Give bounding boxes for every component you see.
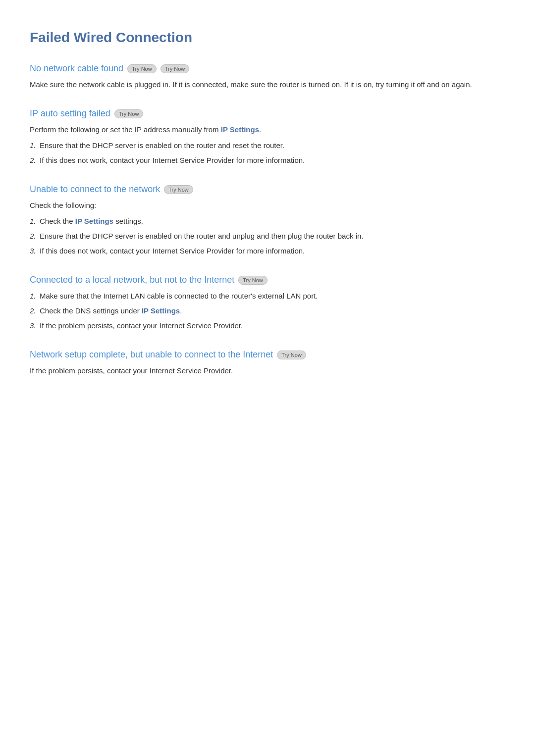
- ip-settings-link-3[interactable]: IP Settings: [142, 306, 180, 315]
- try-now-button-4[interactable]: Try Now: [238, 276, 268, 285]
- body-text-no-network-cable: Make sure the network cable is plugged i…: [30, 79, 505, 91]
- ip-intro-before: Perform the following or set the IP addr…: [30, 125, 221, 134]
- section-title-network-setup-complete: Network setup complete, but unable to co…: [30, 350, 273, 360]
- section-body-complete: If the problem persists, contact your In…: [30, 365, 505, 377]
- section-header-unable: Unable to connect to the network Try Now: [30, 184, 505, 195]
- section-network-setup-complete: Network setup complete, but unable to co…: [30, 350, 505, 377]
- try-now-button-1b[interactable]: Try Now: [160, 64, 190, 73]
- ip-settings-link-2[interactable]: IP Settings: [75, 217, 113, 225]
- try-now-button-5[interactable]: Try Now: [277, 351, 306, 359]
- section-body-unable: Check the following: Check the IP Settin…: [30, 200, 505, 257]
- list-item: Check the DNS settings under IP Settings…: [40, 305, 505, 317]
- list-item: If the problem persists, contact your In…: [40, 320, 505, 332]
- check-following-text: Check the following:: [30, 200, 505, 211]
- list-item-after: .: [180, 306, 182, 315]
- ip-settings-link-1[interactable]: IP Settings: [221, 125, 259, 134]
- list-item-after: settings.: [113, 217, 143, 225]
- ip-auto-setting-list: Ensure that the DHCP server is enabled o…: [30, 140, 505, 166]
- section-unable-to-connect: Unable to connect to the network Try Now…: [30, 184, 505, 257]
- try-now-button-2[interactable]: Try Now: [114, 109, 144, 118]
- section-connected-local: Connected to a local network, but not to…: [30, 275, 505, 332]
- section-title-connected-local: Connected to a local network, but not to…: [30, 275, 234, 285]
- section-title-no-network-cable: No network cable found: [30, 63, 123, 74]
- ip-intro-suffix: .: [259, 125, 261, 134]
- section-header: No network cable found Try Now Try Now: [30, 63, 505, 74]
- unable-connect-list: Check the IP Settings settings. Ensure t…: [30, 215, 505, 257]
- list-item-before: Check the DNS settings under: [40, 306, 142, 315]
- section-header-local: Connected to a local network, but not to…: [30, 275, 505, 285]
- body-text-complete: If the problem persists, contact your In…: [30, 365, 505, 377]
- list-item: If this does not work, contact your Inte…: [40, 245, 505, 257]
- section-body-no-network-cable: Make sure the network cable is plugged i…: [30, 79, 505, 91]
- section-no-network-cable: No network cable found Try Now Try Now M…: [30, 63, 505, 91]
- connected-local-list: Make sure that the Internet LAN cable is…: [30, 290, 505, 332]
- section-title-unable-to-connect: Unable to connect to the network: [30, 184, 160, 195]
- try-now-button-3[interactable]: Try Now: [164, 185, 193, 194]
- list-item: Ensure that the DHCP server is enabled o…: [40, 140, 505, 151]
- section-body-ip-auto-setting: Perform the following or set the IP addr…: [30, 124, 505, 166]
- list-item: If this does not work, contact your Inte…: [40, 154, 505, 166]
- ip-intro-text: Perform the following or set the IP addr…: [30, 124, 505, 136]
- list-item: Make sure that the Internet LAN cable is…: [40, 290, 505, 302]
- list-item-before: Check the: [40, 217, 75, 225]
- page-title: Failed Wired Connection: [30, 30, 505, 46]
- section-body-local: Make sure that the Internet LAN cable is…: [30, 290, 505, 332]
- try-now-button-1a[interactable]: Try Now: [127, 64, 157, 73]
- section-header-ip: IP auto setting failed Try Now: [30, 108, 505, 119]
- list-item: Check the IP Settings settings.: [40, 215, 505, 227]
- section-header-complete: Network setup complete, but unable to co…: [30, 350, 505, 360]
- list-item: Ensure that the DHCP server is enabled o…: [40, 230, 505, 242]
- section-title-ip-auto-setting: IP auto setting failed: [30, 108, 110, 119]
- section-ip-auto-setting: IP auto setting failed Try Now Perform t…: [30, 108, 505, 166]
